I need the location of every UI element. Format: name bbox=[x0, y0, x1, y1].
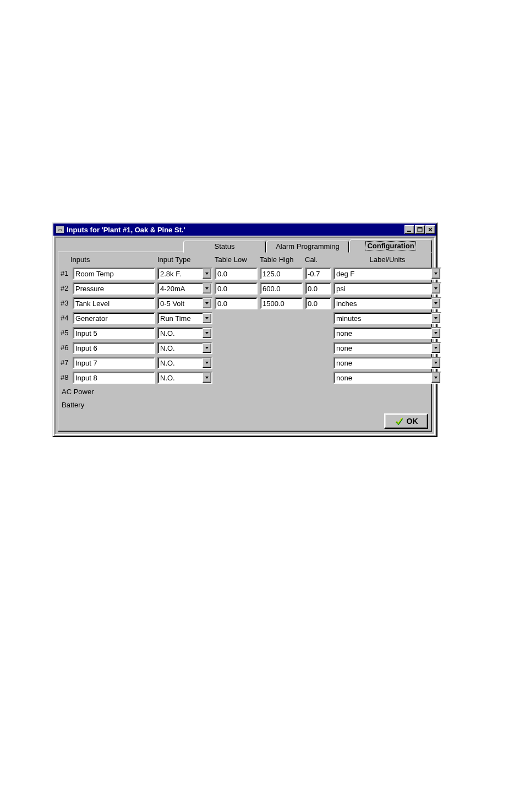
dropdown-icon[interactable] bbox=[431, 269, 440, 279]
ok-button[interactable]: OK bbox=[384, 413, 428, 429]
input-type-value: 2.8k F. bbox=[158, 269, 203, 279]
ac-power-label: AC Power bbox=[61, 388, 429, 396]
label-units-select[interactable]: inches bbox=[333, 297, 441, 309]
input-row: #5Input 5N.O.none bbox=[59, 325, 430, 340]
label-units-select[interactable]: deg F bbox=[333, 268, 441, 280]
dropdown-icon[interactable] bbox=[431, 373, 440, 383]
svg-rect-2 bbox=[418, 227, 422, 228]
input-name-field[interactable]: Input 8 bbox=[73, 372, 155, 384]
input-type-select[interactable]: 2.8k F. bbox=[157, 268, 212, 280]
input-type-select[interactable]: N.O. bbox=[157, 357, 212, 369]
inputs-dialog: ▭ Inputs for 'Plant #1, Oak & Pine St.' … bbox=[52, 222, 438, 437]
input-name-field[interactable]: Tank Level bbox=[73, 297, 155, 309]
input-name-field[interactable]: Room Temp bbox=[73, 268, 155, 280]
table-high-field[interactable]: 125.0 bbox=[260, 268, 303, 280]
input-type-value: 4-20mA bbox=[158, 284, 203, 293]
svg-marker-11 bbox=[205, 332, 209, 334]
svg-rect-0 bbox=[407, 231, 411, 232]
app-icon: ▭ bbox=[56, 226, 64, 233]
client-area: Status Alarm Programming Configuration I… bbox=[54, 237, 435, 435]
dropdown-icon[interactable] bbox=[431, 313, 440, 323]
minimize-button[interactable] bbox=[404, 225, 414, 234]
input-type-value: N.O. bbox=[158, 343, 203, 353]
label-units-select[interactable]: minutes bbox=[333, 312, 441, 324]
input-name-field[interactable]: Pressure bbox=[73, 282, 155, 295]
input-name-field[interactable]: Input 7 bbox=[73, 357, 155, 369]
close-button[interactable] bbox=[425, 225, 435, 234]
table-high-field[interactable]: 1500.0 bbox=[260, 297, 303, 309]
svg-marker-12 bbox=[434, 332, 438, 334]
table-high-field[interactable]: 600.0 bbox=[260, 282, 303, 295]
input-type-select[interactable]: Run Time bbox=[157, 312, 212, 324]
label-units-value: deg F bbox=[335, 269, 431, 279]
svg-marker-9 bbox=[205, 317, 209, 319]
dropdown-icon[interactable] bbox=[203, 298, 211, 308]
input-type-value: 0-5 Volt bbox=[158, 298, 203, 308]
input-row: #7Input 7N.O.none bbox=[59, 355, 430, 370]
dropdown-icon[interactable] bbox=[203, 284, 211, 293]
header-inputs: Inputs bbox=[61, 255, 155, 264]
label-units-value: minutes bbox=[335, 313, 431, 323]
input-name-field[interactable]: Input 6 bbox=[73, 342, 155, 354]
input-row: #3Tank Level0-5 Volt0.01500.00.0inches bbox=[59, 296, 430, 310]
input-row: #6Input 6N.O.none bbox=[59, 340, 430, 355]
svg-marker-6 bbox=[434, 287, 438, 290]
table-low-field[interactable]: 0.0 bbox=[215, 268, 258, 280]
header-input-type: Input Type bbox=[157, 255, 212, 264]
input-type-value: Run Time bbox=[158, 313, 203, 323]
tab-strip: Status Alarm Programming Configuration bbox=[58, 240, 432, 252]
svg-marker-4 bbox=[434, 273, 438, 275]
input-row: #8Input 8N.O.none bbox=[59, 370, 430, 385]
input-type-select[interactable]: N.O. bbox=[157, 342, 212, 354]
dropdown-icon[interactable] bbox=[431, 298, 440, 308]
tab-status[interactable]: Status bbox=[183, 241, 266, 253]
input-type-value: N.O. bbox=[158, 373, 203, 383]
dropdown-icon[interactable] bbox=[203, 328, 211, 338]
table-low-field[interactable]: 0.0 bbox=[215, 297, 258, 309]
titlebar: ▭ Inputs for 'Plant #1, Oak & Pine St.' bbox=[53, 224, 436, 236]
input-type-select[interactable]: 0-5 Volt bbox=[157, 297, 212, 309]
cal-field[interactable]: 0.0 bbox=[305, 282, 331, 295]
label-units-select[interactable]: none bbox=[333, 357, 441, 369]
input-type-select[interactable]: N.O. bbox=[157, 327, 212, 339]
label-units-select[interactable]: psi bbox=[333, 282, 441, 295]
window-title: Inputs for 'Plant #1, Oak & Pine St.' bbox=[67, 226, 404, 234]
row-number: #2 bbox=[61, 284, 70, 292]
maximize-button[interactable] bbox=[415, 225, 425, 234]
label-units-select[interactable]: none bbox=[333, 327, 441, 339]
input-type-value: N.O. bbox=[158, 358, 203, 368]
input-name-field[interactable]: Input 5 bbox=[73, 327, 155, 339]
dropdown-icon[interactable] bbox=[203, 343, 211, 353]
dropdown-icon[interactable] bbox=[203, 313, 211, 323]
input-row: #4GeneratorRun Timeminutes bbox=[59, 310, 430, 325]
tab-configuration[interactable]: Configuration bbox=[349, 239, 432, 253]
input-row: #1Room Temp2.8k F.0.0125.0-0.7deg F bbox=[59, 266, 430, 281]
svg-marker-13 bbox=[205, 347, 209, 349]
svg-marker-10 bbox=[434, 317, 438, 319]
input-row: #2Pressure4-20mA0.0600.00.0psi bbox=[59, 281, 430, 296]
input-name-field[interactable]: Generator bbox=[73, 312, 155, 324]
label-units-value: none bbox=[335, 328, 431, 338]
tab-alarm-programming[interactable]: Alarm Programming bbox=[266, 241, 349, 253]
dropdown-icon[interactable] bbox=[203, 269, 211, 279]
svg-marker-3 bbox=[205, 273, 209, 275]
row-number: #6 bbox=[61, 344, 70, 352]
battery-label: Battery bbox=[61, 401, 429, 409]
input-type-select[interactable]: 4-20mA bbox=[157, 282, 212, 295]
row-number: #8 bbox=[61, 373, 70, 382]
label-units-select[interactable]: none bbox=[333, 372, 441, 384]
input-type-select[interactable]: N.O. bbox=[157, 372, 212, 384]
cal-field[interactable]: 0.0 bbox=[305, 297, 331, 309]
label-units-select[interactable]: none bbox=[333, 342, 441, 354]
dropdown-icon[interactable] bbox=[431, 328, 440, 338]
dropdown-icon[interactable] bbox=[203, 358, 211, 368]
dropdown-icon[interactable] bbox=[431, 358, 440, 368]
cal-field[interactable]: -0.7 bbox=[305, 268, 331, 280]
dropdown-icon[interactable] bbox=[431, 343, 440, 353]
label-units-value: psi bbox=[335, 284, 431, 293]
dropdown-icon[interactable] bbox=[203, 373, 211, 383]
input-type-value: N.O. bbox=[158, 328, 203, 338]
dropdown-icon[interactable] bbox=[431, 284, 440, 293]
table-low-field[interactable]: 0.0 bbox=[215, 282, 258, 295]
svg-marker-18 bbox=[434, 377, 438, 379]
